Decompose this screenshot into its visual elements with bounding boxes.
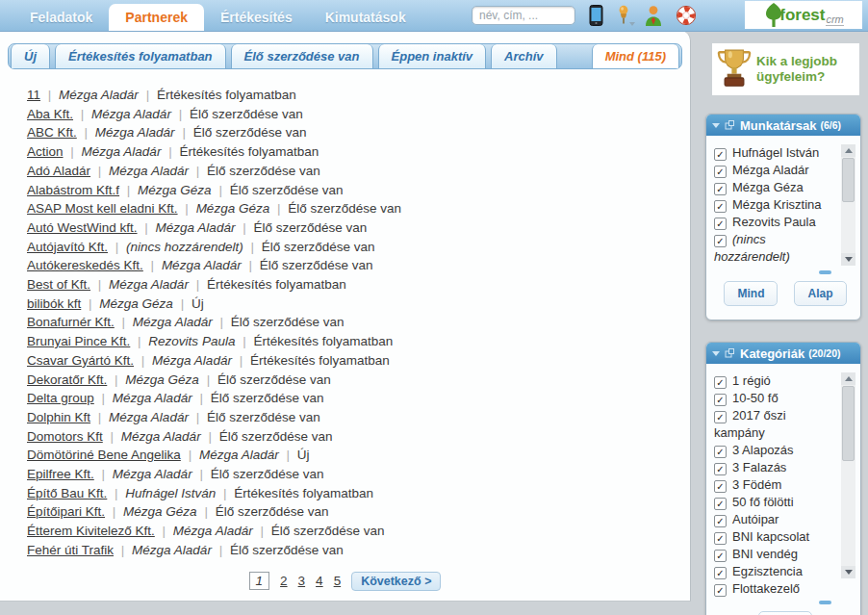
partner-link[interactable]: Aba Kft. (27, 107, 73, 121)
default-selection-button[interactable]: Alap (794, 281, 846, 306)
partner-link[interactable]: Delta group (27, 391, 94, 405)
user-icon[interactable] (644, 5, 663, 26)
partner-link[interactable]: Dömötöriné Bene Angelika (27, 448, 181, 462)
partner-link[interactable]: bilibók kft (27, 296, 81, 311)
scroll-down-button[interactable] (841, 253, 855, 266)
category-checkbox-item[interactable]: ✓50 fő fölötti (714, 494, 835, 511)
partner-link[interactable]: Dolphin Kft (27, 410, 90, 424)
app-logo[interactable]: forest crm (745, 1, 862, 29)
category-checkbox-item[interactable]: ✓10-50 fő (714, 390, 835, 407)
checkbox[interactable]: ✓ (714, 463, 727, 475)
category-checkbox-item[interactable]: ✓Egzisztencia (714, 563, 835, 580)
partner-link[interactable]: Autójavító Kft. (27, 240, 108, 254)
pin-dropdown-chevron-icon[interactable] (629, 22, 635, 26)
checkbox[interactable]: ✓ (714, 584, 727, 597)
category-checkbox-item[interactable]: ✓BNI kapcsolat (714, 528, 835, 546)
scroll-up-button[interactable] (841, 144, 855, 157)
category-checkbox-item[interactable]: ✓Autóipar (714, 511, 835, 528)
checkbox[interactable]: ✓ (714, 480, 727, 493)
partner-link[interactable]: Adó Aladár (27, 164, 90, 178)
category-checkbox-item[interactable]: ✓2017 őszi kampány (714, 407, 835, 442)
help-icon[interactable] (676, 5, 697, 26)
checkbox[interactable]: ✓ (714, 515, 727, 527)
popout-icon[interactable] (725, 120, 734, 130)
mobile-icon[interactable] (589, 5, 603, 26)
partner-link[interactable]: Action (27, 144, 64, 159)
checkbox[interactable]: ✓ (714, 218, 727, 230)
categories-scrollbar[interactable] (841, 372, 855, 578)
pagination-page-link[interactable]: 3 (298, 574, 306, 588)
partner-link[interactable]: Építőipari Kft. (27, 504, 105, 519)
status-tab[interactable]: Éppen inaktív (378, 44, 487, 68)
pagination-page-link[interactable]: 5 (334, 574, 342, 588)
status-tab[interactable]: Archív (491, 44, 556, 68)
collapse-chevron-icon[interactable] (712, 351, 720, 356)
scrollbar-track[interactable] (841, 385, 855, 566)
search-input[interactable] (472, 6, 575, 25)
partner-link[interactable]: Brunyai Pince Kft. (27, 334, 130, 348)
partner-link[interactable]: Domotors Kft (27, 429, 103, 444)
category-checkbox-item[interactable]: ✓3 Födém (714, 476, 835, 494)
coworker-checkbox-item[interactable]: ✓Hufnágel István (714, 144, 835, 162)
checkbox[interactable]: ✓ (714, 411, 727, 423)
partner-link[interactable]: Bonafurnér Kft. (27, 315, 115, 329)
next-page-button[interactable]: Következő > (351, 572, 441, 591)
nav-item[interactable]: Értékesítés (204, 4, 309, 31)
status-tab[interactable]: Értékesítés folyamatban (55, 44, 226, 68)
checkbox[interactable]: ✓ (714, 148, 727, 161)
coworkers-scrollbar[interactable] (841, 144, 855, 266)
partner-link[interactable]: Alabástrom Kft.f (27, 183, 119, 197)
partner-link[interactable]: Dekoratőr Kft. (27, 372, 107, 387)
status-tab[interactable]: Élő szerződése van (231, 44, 373, 68)
coworker-checkbox-item[interactable]: ✓(nincs hozzárendelt) (714, 231, 835, 266)
coworker-checkbox-item[interactable]: ✓Mézga Aladár (714, 162, 835, 179)
popout-icon[interactable] (725, 348, 734, 358)
collapse-chevron-icon[interactable] (712, 123, 720, 128)
nav-item[interactable]: Kimutatások (309, 4, 422, 31)
checkbox[interactable]: ✓ (714, 183, 727, 195)
checkbox[interactable]: ✓ (714, 532, 727, 545)
category-checkbox-item[interactable]: ✓BNI vendég (714, 546, 835, 563)
partner-link[interactable]: Étterem Kivitelező Kft. (27, 524, 155, 538)
nav-item[interactable]: Partnerek (109, 4, 204, 31)
checkbox[interactable]: ✓ (714, 394, 727, 406)
scrollbar-thumb[interactable] (842, 386, 855, 461)
scrollbar-thumb[interactable] (842, 158, 855, 202)
scrollbar-track[interactable] (841, 157, 855, 253)
partner-link[interactable]: Best of Kft. (27, 277, 90, 292)
partner-link[interactable]: Csavar Gyártó Kft. (27, 353, 134, 368)
coworker-checkbox-item[interactable]: ✓Mézga Géza (714, 179, 835, 196)
status-tab[interactable]: Mind (115) (592, 44, 679, 68)
category-checkbox-item[interactable]: ✓3 Falazás (714, 459, 835, 476)
checkbox[interactable]: ✓ (714, 166, 727, 178)
nav-item[interactable]: Feladatok (13, 4, 109, 31)
scroll-up-button[interactable] (841, 372, 855, 385)
partner-link[interactable]: Építő Bau Kft. (27, 486, 107, 500)
category-checkbox-item[interactable]: ✓3 Alapozás (714, 442, 835, 459)
pagination-page-link[interactable]: 4 (316, 574, 323, 588)
category-checkbox-item[interactable]: ✓1 régió (714, 372, 835, 390)
partner-link[interactable]: Autó WestWind kft. (27, 220, 138, 235)
checkbox[interactable]: ✓ (714, 498, 727, 510)
partner-link[interactable]: Fehér úti Trafik (27, 543, 114, 557)
partner-link[interactable]: ABC Kft. (27, 125, 77, 140)
select-all-button[interactable]: Mind (724, 281, 778, 306)
category-checkbox-item[interactable]: ✓Flottakezelő (714, 580, 835, 598)
checkbox[interactable]: ✓ (714, 376, 727, 389)
pin-icon[interactable] (616, 5, 631, 26)
list-resize-handle[interactable] (819, 601, 831, 604)
coworkers-panel-header[interactable]: Munkatársak (6/6) (706, 115, 860, 136)
checkbox[interactable]: ✓ (714, 200, 727, 213)
checkbox[interactable]: ✓ (714, 550, 727, 562)
scroll-down-button[interactable] (841, 566, 855, 578)
partner-link[interactable]: 11 (27, 88, 40, 102)
list-resize-handle[interactable] (819, 270, 831, 274)
categories-panel-header[interactable]: Kategóriák (20/20) (706, 343, 860, 364)
coworker-checkbox-item[interactable]: ✓Rezovits Paula (714, 214, 835, 231)
checkbox[interactable]: ✓ (714, 235, 727, 247)
partner-link[interactable]: Epilfree Kft. (27, 467, 94, 481)
coworker-checkbox-item[interactable]: ✓Mézga Krisztina (714, 196, 835, 214)
checkbox[interactable]: ✓ (714, 446, 727, 458)
best-clients-banner[interactable]: Kik a legjobb ügyfeleim? (712, 43, 859, 95)
partner-link[interactable]: Autókereskedés Kft. (27, 258, 143, 272)
